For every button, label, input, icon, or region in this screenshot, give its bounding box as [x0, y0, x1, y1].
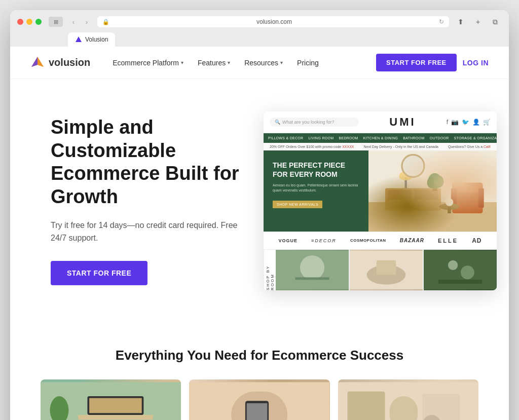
browser-window: ⊞ ‹ › 🔒 volusion.com ↻ ⬆ + ⧉	[10, 10, 509, 420]
sidebar-toggle[interactable]: ⊞	[49, 17, 63, 27]
hero-title: Simple and Customizable Ecommerce Built …	[51, 116, 243, 208]
svg-rect-13	[433, 182, 437, 191]
store-nav-item[interactable]: KITCHEN & DINING	[361, 133, 401, 143]
back-button[interactable]: ‹	[68, 16, 79, 27]
cart-icon: 🛒	[483, 119, 491, 126]
grid-image-laptop	[41, 379, 181, 420]
svg-rect-10	[415, 189, 438, 200]
image-grid	[30, 379, 489, 420]
navbar: volusion Ecommerce Platform ▾ Features ▾…	[10, 47, 509, 79]
store-hero-sub: Aenean eu leo quam. Pellentesque ornare …	[273, 183, 359, 194]
chevron-down-icon: ▾	[228, 60, 230, 65]
svg-marker-3	[31, 57, 38, 67]
svg-rect-4	[368, 150, 497, 232]
logo[interactable]: volusion	[30, 56, 90, 70]
url-text: volusion.com	[113, 18, 436, 25]
active-tab[interactable]: Volusion	[68, 32, 115, 47]
brand-bazaar: BAZAAR	[400, 238, 424, 243]
start-for-free-hero-button[interactable]: START FOR FREE	[51, 261, 147, 285]
svg-rect-22	[448, 206, 451, 213]
svg-point-32	[448, 260, 458, 270]
store-nav-item[interactable]: STORAGE & ORGANIZATION	[452, 133, 497, 143]
brand-elle: ELLE	[438, 238, 458, 244]
store-nav-item[interactable]: BEDROOM	[336, 133, 360, 143]
contact-text: Questions? Give Us a Call!	[448, 145, 491, 148]
grid-image-phone	[189, 379, 329, 420]
svg-marker-0	[76, 36, 82, 42]
svg-rect-38	[78, 415, 153, 419]
store-search: 🔍 What are you looking for?	[270, 118, 359, 127]
store-topbar: 🔍 What are you looking for? UMI f 📷 🐦 👤 …	[264, 111, 497, 133]
svg-point-33	[461, 265, 474, 279]
shop-image-2	[350, 250, 423, 290]
nav-ecommerce-platform[interactable]: Ecommerce Platform ▾	[106, 55, 190, 71]
traffic-lights	[17, 19, 42, 25]
brand-vogue: VOGUE	[279, 238, 298, 243]
close-button[interactable]	[17, 19, 23, 25]
store-nav-item[interactable]: PILLOWS & DECOR	[266, 133, 306, 143]
store-hero-text: THE PERFECT PIECE FOR EVERY ROOM Aenean …	[264, 150, 368, 232]
minimize-button[interactable]	[26, 19, 32, 25]
store-shop-section: SHOP BY ROOM	[264, 250, 497, 290]
tabs-icon[interactable]: ⧉	[489, 15, 502, 28]
svg-point-16	[434, 175, 444, 187]
svg-rect-30	[377, 260, 396, 275]
login-button[interactable]: LOG IN	[463, 59, 489, 67]
logo-text: volusion	[49, 57, 90, 68]
svg-rect-27	[295, 277, 329, 280]
nav-arrows: ‹ ›	[68, 16, 92, 27]
store-nav: PILLOWS & DECOR LIVING ROOM BEDROOM KITC…	[264, 133, 497, 143]
svg-rect-17	[452, 188, 483, 213]
account-icon: 👤	[472, 119, 480, 126]
forward-button[interactable]: ›	[81, 16, 92, 27]
svg-rect-9	[388, 189, 412, 200]
brand-ad: AD	[472, 237, 481, 244]
promo-text: 20% OFF Orders Over $100 with promo code…	[270, 145, 354, 148]
store-logo: UMI	[363, 116, 442, 129]
hero-section: Simple and Customizable Ecommerce Built …	[10, 79, 509, 322]
store-nav-item[interactable]: LIVING ROOM	[306, 133, 336, 143]
search-icon: 🔍	[275, 120, 280, 125]
nav-links: Ecommerce Platform ▾ Features ▾ Resource…	[106, 55, 376, 71]
reload-icon: ↻	[439, 18, 444, 25]
store-hero-image	[368, 150, 497, 232]
nav-features[interactable]: Features ▾	[192, 55, 236, 71]
svg-rect-40	[89, 398, 142, 413]
svg-point-26	[300, 255, 324, 280]
store-brands: VOGUE ≡DECOR COSMOPOLITAN BAZAAR ELLE AD	[264, 232, 497, 250]
facebook-icon: f	[447, 119, 448, 126]
grid-image-products	[338, 379, 478, 420]
shop-images	[276, 250, 497, 290]
store-nav-item[interactable]: OUTDOOR	[427, 133, 452, 143]
svg-rect-31	[424, 250, 497, 289]
address-bar[interactable]: 🔒 volusion.com ↻	[97, 16, 449, 27]
hero-right: 🔍 What are you looking for? UMI f 📷 🐦 👤 …	[264, 111, 497, 290]
svg-rect-50	[347, 392, 385, 420]
window-controls: ⊞	[49, 17, 63, 27]
nav-ecommerce-label: Ecommerce Platform	[113, 59, 179, 67]
brand-decor: ≡DECOR	[311, 238, 337, 243]
hero-subtitle: Try it free for 14 days—no credit card r…	[51, 219, 243, 245]
svg-rect-7	[368, 202, 497, 232]
svg-point-23	[446, 198, 453, 206]
store-shop-button[interactable]: SHOP NEW ARRIVALS	[273, 201, 322, 208]
instagram-icon: 📷	[451, 119, 459, 126]
maximize-button[interactable]	[35, 19, 42, 25]
store-nav-item[interactable]: BATHROOM	[400, 133, 427, 143]
svg-point-12	[399, 171, 413, 180]
svg-rect-8	[385, 188, 441, 210]
nav-pricing-label: Pricing	[297, 59, 319, 67]
svg-rect-20	[478, 188, 484, 208]
new-tab-icon[interactable]: +	[471, 15, 485, 28]
nav-pricing[interactable]: Pricing	[291, 55, 325, 71]
svg-point-21	[439, 203, 460, 210]
nav-resources[interactable]: Resources ▾	[238, 55, 289, 71]
share-icon[interactable]: ⬆	[454, 15, 467, 28]
tab-label: Volusion	[85, 36, 108, 43]
svg-marker-2	[38, 57, 44, 67]
nav-features-label: Features	[198, 59, 226, 67]
delivery-text: Next Day Delivery - Only in the US and C…	[364, 145, 438, 148]
start-for-free-nav-button[interactable]: START FOR FREE	[376, 54, 457, 71]
store-promo-bar: 20% OFF Orders Over $100 with promo code…	[264, 143, 497, 150]
section-title: Everything You Need for Ecommerce Succes…	[30, 348, 489, 363]
